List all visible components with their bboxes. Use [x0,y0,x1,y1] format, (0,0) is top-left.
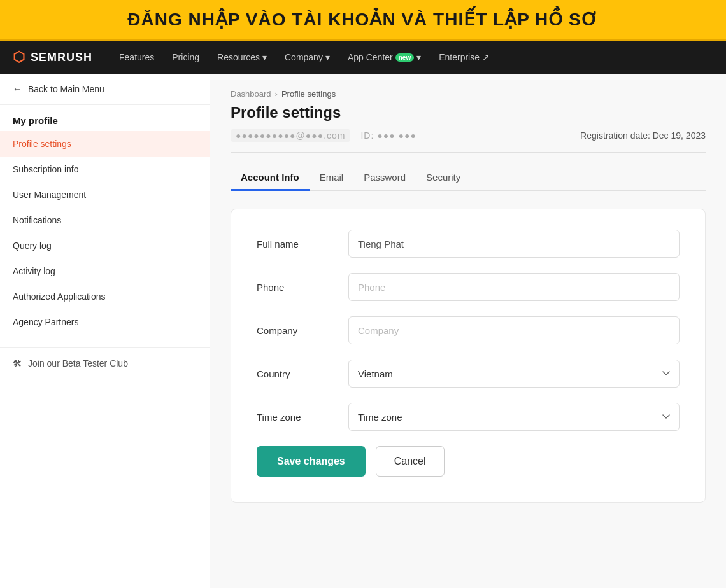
profile-email: ●●●●●●●●●●@●●●.com [231,129,350,142]
chevron-down-icon: ▾ [416,52,421,62]
sidebar: ← Back to Main Menu My profile Profile s… [0,74,210,588]
chevron-down-icon: ▾ [325,52,330,62]
back-arrow-icon: ← [13,84,22,94]
external-link-icon: ↗ [482,52,490,62]
nav-logo[interactable]: ⬡ SEMRUSH [13,49,92,66]
semrush-logo-icon: ⬡ [13,49,25,66]
form-row-timezone: Time zone Time zone (UTC+07:00) Bangkok,… [257,403,680,431]
banner: ĐĂNG NHẬP VÀO TÀI KHOẢN VÀ THIẾT LẬP HỒ … [0,0,726,41]
page-layout: ← Back to Main Menu My profile Profile s… [0,74,726,588]
tab-account-info[interactable]: Account Info [231,165,310,191]
form-row-phone: Phone [257,273,680,301]
page-title: Profile settings [231,104,706,122]
sidebar-section-title: My profile [0,105,210,131]
breadcrumb: Dashboard › Profile settings [231,89,706,99]
form-row-company: Company [257,316,680,344]
tab-security[interactable]: Security [416,165,471,191]
navbar: ⬡ SEMRUSH Features Pricing Resources ▾ C… [0,41,726,74]
form-buttons: Save changes Cancel [257,446,680,477]
back-label: Back to Main Menu [28,84,104,94]
chevron-down-icon: ▾ [262,52,267,62]
sidebar-item-authorized-apps[interactable]: Authorized Applications [0,284,210,309]
sidebar-item-agency-partners[interactable]: Agency Partners [0,309,210,335]
fullname-input[interactable] [348,230,680,258]
form-row-country: Country Vietnam United States United Kin… [257,360,680,388]
timezone-label: Time zone [257,412,333,423]
nav-item-appcenter[interactable]: App Center new ▾ [340,48,429,66]
tab-email[interactable]: Email [310,165,354,191]
phone-label: Phone [257,282,333,293]
nav-item-pricing[interactable]: Pricing [164,48,207,66]
nav-logo-text: SEMRUSH [31,51,92,64]
form-row-fullname: Full name [257,230,680,258]
country-label: Country [257,368,333,379]
back-to-main-menu[interactable]: ← Back to Main Menu [0,74,210,105]
tabs: Account Info Email Password Security [231,165,706,191]
beta-icon: 🛠 [13,358,22,368]
profile-id: ID: ●●● ●●● [360,130,416,141]
sidebar-item-notifications[interactable]: Notifications [0,207,210,233]
fullname-label: Full name [257,239,333,249]
cancel-button[interactable]: Cancel [376,446,445,477]
profile-meta: ●●●●●●●●●●@●●●.com ID: ●●● ●●● Registrat… [231,129,706,153]
nav-item-resources[interactable]: Resources ▾ [210,48,274,66]
nav-items: Features Pricing Resources ▾ Company ▾ A… [111,48,713,66]
sidebar-item-activity-log[interactable]: Activity log [0,258,210,284]
nav-item-company[interactable]: Company ▾ [277,48,338,66]
breadcrumb-separator: › [275,89,278,99]
form-card-wrapper: Full name Phone Company Country [231,209,706,503]
country-select[interactable]: Vietnam United States United Kingdom [348,360,680,388]
sidebar-item-profile-settings[interactable]: Profile settings [0,131,210,157]
company-input[interactable] [348,316,680,344]
phone-input[interactable] [348,273,680,301]
main-content: Dashboard › Profile settings Profile set… [210,74,726,588]
beta-label: Join our Beta Tester Club [28,358,128,368]
save-changes-button[interactable]: Save changes [257,446,366,477]
sidebar-item-subscription[interactable]: Subscription info [0,157,210,182]
form-card: Full name Phone Company Country [231,209,706,503]
breadcrumb-current: Profile settings [281,89,336,99]
tab-password[interactable]: Password [353,165,416,191]
sidebar-item-user-management[interactable]: User Management [0,182,210,207]
registration-date: Registration date: Dec 19, 2023 [580,130,706,141]
sidebar-item-query-log[interactable]: Query log [0,233,210,258]
sidebar-beta-tester[interactable]: 🛠 Join our Beta Tester Club [0,347,210,379]
nav-item-enterprise[interactable]: Enterprise ↗ [431,48,497,66]
company-label: Company [257,325,333,336]
breadcrumb-parent[interactable]: Dashboard [231,89,271,99]
nav-item-features[interactable]: Features [111,48,162,66]
timezone-select[interactable]: Time zone (UTC+07:00) Bangkok, Hanoi, Ja… [348,403,680,431]
new-badge: new [395,53,414,62]
